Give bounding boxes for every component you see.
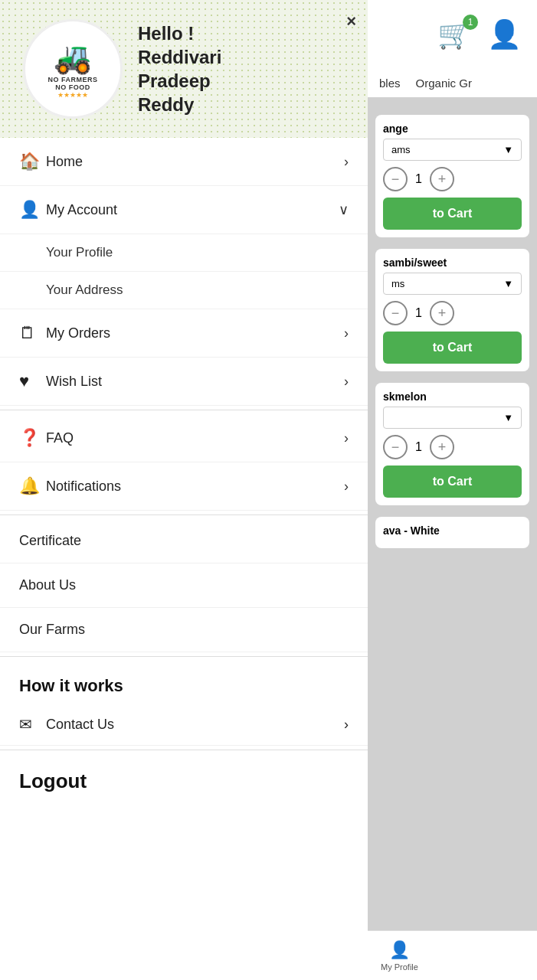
bg-products: ange ams ▼ − 1 + to Cart sambi/sweet ms … — [368, 107, 537, 560]
divider-1 — [0, 410, 368, 410]
wishlist-arrow-icon: › — [344, 374, 349, 390]
home-icon: 🏠 — [19, 152, 46, 172]
tractor-icon: 🚜 — [47, 40, 97, 76]
product-1-label: ange — [383, 122, 522, 135]
contact-icon: ✉ — [19, 715, 46, 733]
account-label: My Account — [46, 202, 339, 218]
nav-tab-1[interactable]: bles — [379, 77, 401, 90]
drawer-menu: 🏠 Home › 👤 My Account ∨ Your Profile You… — [0, 138, 368, 980]
product-3-add-cart[interactable]: to Cart — [383, 466, 522, 498]
menu-sub-your-address[interactable]: Your Address — [0, 272, 368, 309]
menu-item-faq[interactable]: ❓ FAQ › — [0, 414, 368, 462]
product-1-add-cart[interactable]: to Cart — [383, 198, 522, 230]
menu-item-my-account[interactable]: 👤 My Account ∨ — [0, 186, 368, 234]
logo-circle: 🚜 NO FARMERS NO FOOD ★★★★★ — [23, 19, 123, 119]
product-2-minus[interactable]: − — [383, 301, 408, 325]
menu-item-certificate[interactable]: Certificate — [0, 519, 368, 564]
how-it-works-title: How it works — [0, 661, 368, 704]
wishlist-icon: ♥ — [19, 371, 46, 391]
logo-stars: ★★★★★ — [47, 91, 97, 99]
nav-my-profile[interactable]: 👤 My Profile — [381, 940, 418, 972]
home-arrow-icon: › — [344, 154, 349, 170]
profile-icon[interactable]: 👤 — [487, 18, 522, 51]
bg-nav-tabs: bles Organic Gr — [368, 69, 537, 97]
nav-tab-2[interactable]: Organic Gr — [416, 77, 472, 90]
menu-item-home[interactable]: 🏠 Home › — [0, 138, 368, 186]
notifications-label: Notifications — [46, 479, 344, 495]
product-2-select[interactable]: ms ▼ — [383, 273, 522, 295]
certificate-label: Certificate — [19, 533, 349, 549]
contact-arrow-icon: › — [344, 717, 349, 733]
menu-item-notifications[interactable]: 🔔 Notifications › — [0, 462, 368, 511]
orders-icon: 🗒 — [19, 323, 46, 343]
product-1-qty: 1 — [415, 172, 422, 186]
product-1-plus[interactable]: + — [430, 167, 454, 191]
drawer-header: 🚜 NO FARMERS NO FOOD ★★★★★ Hello ! Reddi… — [0, 0, 368, 138]
greeting-text: Hello ! Reddivari Pradeep Reddy — [138, 21, 221, 117]
bg-product-4: ava - White — [375, 517, 529, 548]
product-2-plus[interactable]: + — [430, 301, 454, 325]
logo-text-main: NO FARMERS NO FOOD — [47, 76, 97, 91]
menu-item-about-us[interactable]: About Us — [0, 564, 368, 608]
side-drawer: 🚜 NO FARMERS NO FOOD ★★★★★ Hello ! Reddi… — [0, 0, 368, 980]
product-2-add-cart[interactable]: to Cart — [383, 332, 522, 364]
product-3-qty-row: − 1 + — [383, 435, 522, 459]
close-button[interactable]: × — [346, 11, 356, 31]
divider-3 — [0, 656, 368, 657]
notifications-icon: 🔔 — [19, 476, 46, 496]
about-us-label: About Us — [19, 577, 349, 593]
cart-icon[interactable]: 🛒 1 — [437, 18, 472, 51]
menu-item-wish-list[interactable]: ♥ Wish List › — [0, 358, 368, 406]
logout-button[interactable]: Logout — [0, 754, 368, 808]
product-2-label: sambi/sweet — [383, 256, 522, 269]
product-2-qty: 1 — [415, 306, 422, 320]
your-address-label: Your Address — [46, 283, 123, 298]
product-1-qty-row: − 1 + — [383, 167, 522, 191]
home-label: Home — [46, 154, 344, 170]
bg-product-1: ange ams ▼ − 1 + to Cart — [375, 115, 529, 237]
account-icon: 👤 — [19, 200, 46, 220]
faq-icon: ❓ — [19, 428, 46, 448]
menu-item-contact-us[interactable]: ✉ Contact Us › — [0, 704, 368, 746]
our-farms-label: Our Farms — [19, 622, 349, 638]
menu-item-our-farms[interactable]: Our Farms — [0, 608, 368, 652]
faq-arrow-icon: › — [344, 430, 349, 446]
your-profile-label: Your Profile — [46, 245, 113, 260]
product-3-select[interactable]: ▼ — [383, 407, 522, 429]
product-3-qty: 1 — [415, 440, 422, 454]
orders-arrow-icon: › — [344, 325, 349, 341]
menu-item-my-orders[interactable]: 🗒 My Orders › — [0, 309, 368, 358]
product-2-qty-row: − 1 + — [383, 301, 522, 325]
orders-label: My Orders — [46, 325, 344, 341]
product-4-label: ava - White — [383, 524, 522, 537]
account-chevron-icon: ∨ — [339, 201, 349, 218]
product-3-minus[interactable]: − — [383, 435, 408, 459]
profile-nav-icon: 👤 — [389, 940, 410, 960]
divider-2 — [0, 514, 368, 515]
product-1-minus[interactable]: − — [383, 167, 408, 191]
cart-badge: 1 — [463, 15, 478, 30]
product-3-label: skmelon — [383, 390, 522, 403]
product-1-select[interactable]: ams ▼ — [383, 139, 522, 161]
wishlist-label: Wish List — [46, 374, 344, 390]
profile-nav-label: My Profile — [381, 962, 418, 972]
divider-4 — [0, 750, 368, 750]
menu-sub-your-profile[interactable]: Your Profile — [0, 234, 368, 272]
logo-inner: 🚜 NO FARMERS NO FOOD ★★★★★ — [47, 40, 97, 99]
bg-product-3: skmelon ▼ − 1 + to Cart — [375, 383, 529, 505]
contact-us-label: Contact Us — [46, 717, 344, 733]
notifications-arrow-icon: › — [344, 479, 349, 495]
bg-product-2: sambi/sweet ms ▼ − 1 + to Cart — [375, 249, 529, 371]
product-3-plus[interactable]: + — [430, 435, 454, 459]
faq-label: FAQ — [46, 430, 344, 446]
